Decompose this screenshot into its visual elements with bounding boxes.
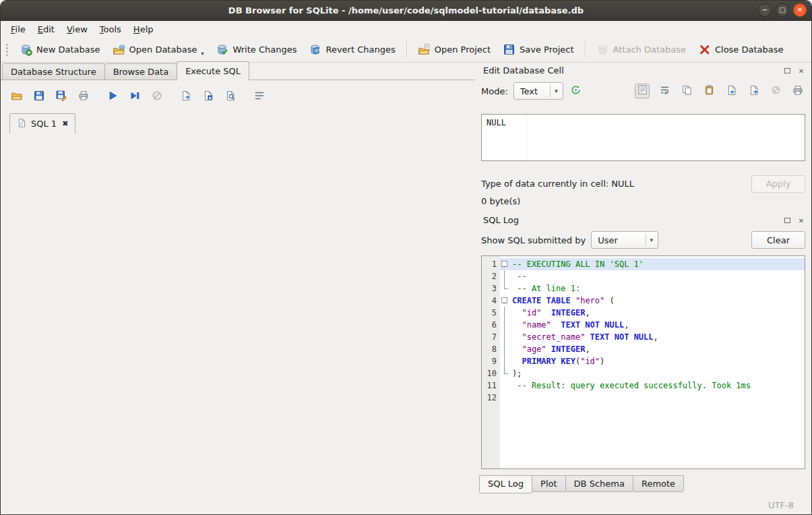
execute-sql-pane — [1, 80, 475, 496]
tab-database-structure[interactable]: Database Structure — [2, 63, 105, 80]
copy-button[interactable] — [679, 84, 694, 98]
line-number: 6 — [482, 319, 500, 331]
app-window: DB Browser for SQLite - /home/user/code/… — [0, 0, 812, 515]
close-window-button[interactable]: ✕ — [793, 3, 807, 17]
open-project-button[interactable]: Open Project — [412, 40, 497, 59]
edit-cell-title: Edit Database Cell — [483, 65, 564, 75]
line-number: 4 — [482, 295, 500, 307]
fold-marker[interactable] — [500, 295, 509, 307]
sql-log-header: SQL Log ✕ — [476, 212, 811, 227]
menu-view[interactable]: View — [61, 22, 94, 36]
paste-button[interactable] — [701, 84, 716, 98]
export-file-button[interactable] — [746, 84, 761, 98]
write-changes-button[interactable]: Write Changes — [210, 40, 303, 59]
sql-log-viewer[interactable]: 1-- EXECUTING ALL IN 'SQL 1'2 --3 -- At … — [481, 255, 805, 469]
code-text: "id" INTEGER, — [509, 307, 805, 319]
sql-tabbar: SQL 1 ✖ — [7, 113, 467, 133]
menu-help[interactable]: Help — [127, 22, 160, 36]
execute-line-button[interactable] — [127, 88, 143, 104]
menu-edit[interactable]: Edit — [32, 22, 61, 36]
dock-close-icon: ✕ — [799, 215, 804, 225]
bottom-tab-db-schema[interactable]: DB Schema — [565, 475, 633, 492]
open-database-icon — [113, 43, 125, 56]
new-database-button[interactable]: New Database — [13, 40, 106, 59]
close-tab-icon[interactable]: ✖ — [62, 119, 68, 128]
dock-close-icon: ✕ — [799, 65, 804, 75]
float-button[interactable] — [782, 215, 792, 224]
print-icon — [792, 84, 804, 98]
code-line: 5 "id" INTEGER, — [482, 307, 805, 319]
dock-controls: ✕ — [782, 65, 806, 75]
toolbar-button-label: Revert Changes — [325, 44, 395, 55]
print-button[interactable] — [75, 88, 92, 104]
code-line: 7 "secret_name" TEXT NOT NULL, — [482, 331, 805, 343]
dropdown-arrow-icon[interactable] — [201, 47, 204, 57]
chevron-down-icon — [646, 234, 656, 246]
print-button[interactable] — [790, 84, 805, 98]
submitter-value: User — [598, 235, 618, 245]
fold-collapse-icon[interactable] — [501, 261, 507, 267]
submitter-select[interactable]: User — [591, 231, 658, 249]
revert-changes-button[interactable]: Revert Changes — [303, 40, 401, 59]
titlebar: DB Browser for SQLite - /home/user/code/… — [1, 1, 811, 21]
bottom-tab-remote[interactable]: Remote — [633, 475, 684, 492]
float-icon — [784, 65, 790, 75]
fold-marker[interactable] — [500, 258, 509, 270]
code-line: 8 "age" INTEGER, — [482, 343, 805, 355]
fold-collapse-icon[interactable] — [501, 297, 507, 303]
save-results-button[interactable] — [200, 88, 216, 104]
export-file-icon — [748, 84, 759, 98]
code-line: 1-- EXECUTING ALL IN 'SQL 1' — [482, 258, 805, 270]
find-replace-icon — [224, 90, 237, 104]
close-database-button[interactable]: Close Database — [692, 40, 790, 59]
float-icon — [784, 215, 790, 225]
open-sql-file-button[interactable] — [9, 88, 25, 104]
set-null-button — [768, 84, 783, 98]
encoding-label: UTF-8 — [768, 500, 794, 510]
toolbar-separator — [585, 42, 586, 58]
code-line: 10); — [482, 367, 805, 380]
bottom-tab-sql-log[interactable]: SQL Log — [479, 475, 532, 493]
dock-close-button[interactable]: ✕ — [797, 215, 806, 224]
wrap-lines-button[interactable] — [657, 84, 672, 98]
word-wrap-button[interactable] — [251, 88, 268, 104]
fold-end-icon — [504, 367, 508, 374]
fold-marker — [500, 355, 509, 367]
dock-close-button[interactable]: ✕ — [797, 65, 806, 75]
auto-detect-button[interactable] — [569, 84, 584, 98]
find-replace-button[interactable] — [222, 88, 239, 104]
minimize-button[interactable]: − — [758, 3, 772, 17]
sql-tab[interactable]: SQL 1 ✖ — [9, 113, 75, 133]
fold-marker — [500, 282, 509, 295]
copy-icon — [681, 84, 693, 98]
tab-browse-data[interactable]: Browse Data — [104, 63, 178, 80]
word-wrap-icon — [253, 90, 266, 104]
execute-all-button[interactable] — [104, 88, 121, 104]
import-file-button[interactable] — [724, 84, 739, 98]
mode-value: Text — [520, 86, 538, 96]
revert-changes-icon — [309, 43, 321, 56]
mode-select[interactable]: Text — [513, 82, 563, 100]
code-text: CREATE TABLE "hero" ( — [509, 295, 805, 307]
menu-file[interactable]: File — [5, 22, 32, 36]
clear-button[interactable]: Clear — [751, 231, 805, 249]
float-button[interactable] — [782, 65, 792, 75]
bottom-tab-plot[interactable]: Plot — [532, 475, 566, 492]
fold-line-icon — [504, 343, 505, 355]
tab-execute-sql[interactable]: Execute SQL — [177, 61, 249, 80]
export-csv-button[interactable] — [178, 88, 194, 104]
right-dock: Edit Database Cell ✕ Mode: Text NULL Typ… — [476, 61, 811, 496]
open-database-button[interactable]: Open Database — [106, 40, 210, 59]
maximize-icon: □ — [779, 7, 785, 13]
code-text: "name" TEXT NOT NULL, — [509, 319, 805, 331]
close-icon: ✕ — [797, 7, 803, 13]
maximize-button[interactable]: □ — [776, 3, 789, 17]
text-mode-button[interactable] — [635, 84, 650, 98]
save-sql-file-button[interactable] — [31, 88, 47, 104]
fold-line-icon — [504, 307, 505, 319]
save-project-button[interactable]: Save Project — [497, 40, 580, 59]
toolbar-drag-handle[interactable] — [6, 44, 8, 56]
cell-editor[interactable]: NULL — [481, 114, 805, 161]
menu-tools[interactable]: Tools — [94, 22, 127, 36]
save-sql-as-button[interactable] — [53, 88, 69, 104]
